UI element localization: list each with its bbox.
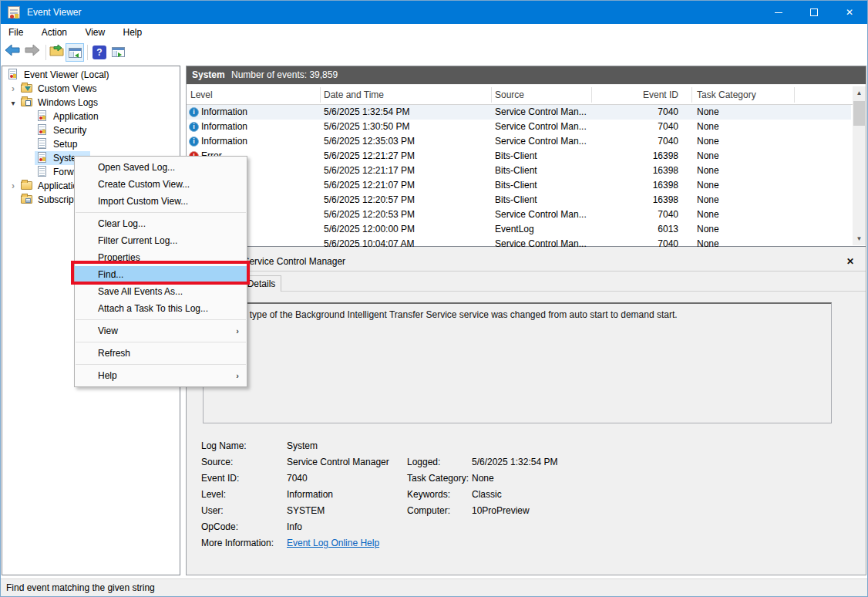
source-label: Source: bbox=[201, 454, 233, 471]
help-icon bbox=[93, 46, 106, 59]
event-rows: Information5/6/2025 1:32:54 PMService Co… bbox=[187, 105, 851, 247]
menu-item-find[interactable]: Find... bbox=[75, 266, 247, 283]
status-text: Find event matching the given string bbox=[6, 579, 155, 597]
menu-item-filter-current-log[interactable]: Filter Current Log... bbox=[75, 232, 247, 249]
menu-item-create-custom-view[interactable]: Create Custom View... bbox=[75, 176, 247, 193]
log-plain-icon bbox=[36, 166, 49, 177]
log-name: System bbox=[192, 66, 225, 84]
close-button[interactable] bbox=[832, 1, 867, 24]
log-icon bbox=[36, 110, 49, 122]
menu-item-properties[interactable]: Properties bbox=[75, 249, 247, 266]
event-row[interactable]: Error5/6/2025 12:21:07 PMBits-Client1639… bbox=[187, 178, 851, 193]
menu-item-refresh[interactable]: Refresh bbox=[75, 345, 247, 362]
more-information-label: More Information: bbox=[201, 535, 274, 551]
menu-item-save-all-events-as[interactable]: Save All Events As... bbox=[75, 283, 247, 300]
menu-separator bbox=[75, 339, 247, 345]
show-console-tree-button[interactable] bbox=[66, 43, 84, 62]
event-row[interactable]: Error5/6/2025 12:20:57 PMBits-Client1639… bbox=[187, 193, 851, 207]
console-tree-icon bbox=[69, 48, 82, 58]
column-divider[interactable] bbox=[691, 87, 692, 103]
column-event-id[interactable]: Event ID bbox=[591, 85, 678, 105]
log-header-bar: System Number of events: 39,859 bbox=[187, 66, 866, 84]
menu-item-attach-task[interactable]: Attach a Task To this Log... bbox=[75, 300, 247, 317]
event-description: The start type of the Background Intelli… bbox=[203, 302, 832, 423]
column-task-category[interactable]: Task Category bbox=[697, 85, 756, 105]
field-row: User: SYSTEM Computer: 10ProPreview bbox=[187, 503, 866, 519]
column-divider[interactable] bbox=[794, 87, 795, 103]
help-button[interactable] bbox=[90, 43, 109, 62]
menu-view[interactable]: View bbox=[77, 24, 113, 41]
menu-item-open-saved-log[interactable]: Open Saved Log... bbox=[75, 159, 247, 176]
field-row: More Information: Event Log Online Help bbox=[187, 535, 866, 551]
preview-close-icon[interactable] bbox=[844, 251, 856, 272]
menu-item-view[interactable]: View bbox=[75, 322, 247, 339]
main-panel: System Number of events: 39,859 Level Da… bbox=[186, 66, 866, 575]
column-date-time[interactable]: Date and Time bbox=[324, 85, 384, 105]
folder-filter-icon bbox=[21, 83, 33, 94]
information-icon bbox=[189, 122, 199, 132]
open-saved-log-button[interactable] bbox=[49, 43, 67, 62]
log-icon bbox=[36, 124, 49, 136]
level-value: Information bbox=[287, 487, 333, 503]
menu-item-clear-log[interactable]: Clear Log... bbox=[75, 215, 247, 232]
menu-help[interactable]: Help bbox=[116, 24, 150, 41]
maximize-button[interactable] bbox=[796, 1, 832, 24]
titlebar: Event Viewer bbox=[1, 1, 867, 24]
event-row[interactable]: Error5/6/2025 12:21:27 PMBits-Client1639… bbox=[187, 149, 851, 164]
minimize-button[interactable] bbox=[761, 1, 796, 24]
scroll-up-icon[interactable] bbox=[853, 86, 866, 100]
scroll-down-icon[interactable] bbox=[853, 232, 866, 245]
information-icon bbox=[189, 137, 199, 147]
event-log-online-help-link[interactable]: Event Log Online Help bbox=[287, 535, 379, 551]
chevron-right-icon[interactable] bbox=[8, 179, 18, 193]
action-pane-icon bbox=[112, 47, 125, 57]
log-plain-icon bbox=[36, 138, 49, 150]
events-count: Number of events: 39,859 bbox=[231, 66, 338, 84]
event-row[interactable]: Information5/6/2025 1:30:50 PMService Co… bbox=[187, 120, 851, 134]
chevron-down-icon[interactable] bbox=[8, 96, 18, 110]
submenu-arrow-icon bbox=[236, 367, 239, 384]
scrollbar-thumb[interactable] bbox=[853, 101, 865, 126]
tree-item-setup[interactable]: Setup bbox=[2, 137, 180, 151]
event-row[interactable]: Information5/6/2025 10:04:07 AMService C… bbox=[187, 237, 851, 247]
show-action-pane-button[interactable] bbox=[109, 43, 128, 62]
toolbar bbox=[1, 41, 867, 63]
column-divider[interactable] bbox=[491, 87, 492, 103]
field-row: Event ID: 7040 Task Category: None bbox=[187, 471, 866, 487]
event-row[interactable]: Error5/6/2025 12:21:17 PMBits-Client1639… bbox=[187, 164, 851, 178]
column-divider[interactable] bbox=[320, 87, 321, 103]
menu-file[interactable]: File bbox=[1, 24, 31, 41]
back-icon bbox=[4, 43, 22, 57]
column-level[interactable]: Level bbox=[190, 85, 213, 105]
opcode-value: Info bbox=[287, 519, 302, 535]
task-category-label: Task Category: bbox=[407, 471, 469, 487]
keywords-label: Keywords: bbox=[407, 487, 450, 503]
level-label: Level: bbox=[201, 487, 226, 503]
tree-item-root[interactable]: Event Viewer (Local) bbox=[2, 68, 180, 82]
vertical-scrollbar[interactable] bbox=[853, 86, 866, 245]
menu-item-import-custom-view[interactable]: Import Custom View... bbox=[75, 193, 247, 210]
chevron-right-icon[interactable] bbox=[8, 82, 18, 96]
computer-value: 10ProPreview bbox=[472, 503, 530, 519]
column-divider[interactable] bbox=[591, 87, 592, 103]
event-viewer-icon bbox=[7, 69, 19, 80]
toolbar-separator bbox=[45, 45, 46, 60]
event-row[interactable]: Information5/6/2025 12:35:03 PMService C… bbox=[187, 134, 851, 149]
toolbar-separator bbox=[87, 45, 88, 60]
column-source[interactable]: Source bbox=[495, 85, 524, 105]
tree-item-windows-logs[interactable]: Windows Logs bbox=[2, 96, 180, 110]
user-value: SYSTEM bbox=[287, 503, 325, 519]
menu-action[interactable]: Action bbox=[34, 24, 75, 41]
event-row[interactable]: Information5/6/2025 1:32:54 PMService Co… bbox=[187, 105, 851, 120]
tree-item-security[interactable]: Security bbox=[2, 123, 180, 137]
event-row[interactable]: Information5/6/2025 12:00:00 PMEventLog6… bbox=[187, 222, 851, 237]
event-row[interactable]: Information5/6/2025 12:20:53 PMService C… bbox=[187, 207, 851, 222]
log-icon bbox=[36, 152, 49, 164]
forward-button[interactable] bbox=[24, 43, 42, 62]
back-button[interactable] bbox=[4, 43, 22, 62]
tree-item-application[interactable]: Application bbox=[2, 110, 180, 123]
forward-icon bbox=[24, 43, 42, 57]
field-row: Source: Service Control Manager Logged: … bbox=[187, 454, 866, 471]
menu-item-help[interactable]: Help bbox=[75, 367, 247, 384]
tree-item-custom-views[interactable]: Custom Views bbox=[2, 82, 180, 96]
